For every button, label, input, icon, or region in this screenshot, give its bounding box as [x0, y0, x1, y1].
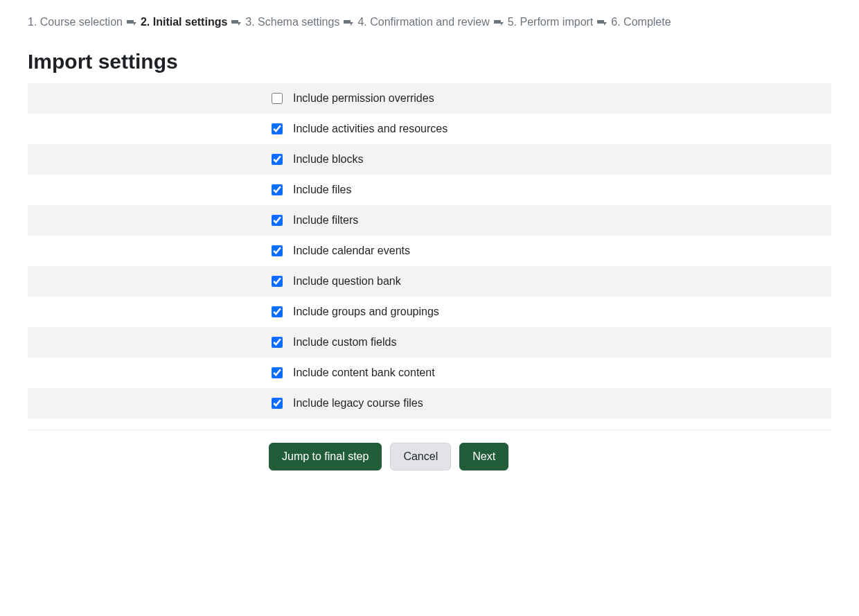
- setting-row: Include content bank content: [28, 358, 831, 388]
- setting-checkbox[interactable]: [272, 276, 283, 287]
- setting-checkbox[interactable]: [272, 245, 283, 256]
- setting-row: Include question bank: [28, 266, 831, 297]
- setting-label[interactable]: Include question bank: [293, 275, 401, 288]
- setting-field: Include groups and groupings: [269, 304, 439, 319]
- divider: [28, 430, 831, 430]
- setting-checkbox[interactable]: [272, 154, 283, 165]
- button-row: Jump to final step Cancel Next: [28, 443, 831, 470]
- setting-row: Include custom fields: [28, 327, 831, 358]
- setting-row: Include activities and resources: [28, 114, 831, 144]
- setting-field: Include activities and resources: [269, 121, 448, 137]
- setting-checkbox[interactable]: [272, 306, 283, 317]
- page-title: Import settings: [28, 50, 831, 73]
- setting-label[interactable]: Include files: [293, 184, 352, 196]
- progress-step-5: 5. Perform import: [508, 16, 594, 28]
- setting-row: Include files: [28, 175, 831, 205]
- next-button[interactable]: Next: [459, 443, 508, 470]
- setting-field: Include permission overrides: [269, 91, 434, 106]
- progress-separator-icon: [597, 19, 607, 26]
- setting-label[interactable]: Include legacy course files: [293, 397, 423, 410]
- progress-separator-icon: [494, 19, 504, 26]
- setting-label[interactable]: Include blocks: [293, 153, 363, 166]
- setting-label[interactable]: Include content bank content: [293, 367, 435, 379]
- setting-row: Include groups and groupings: [28, 297, 831, 327]
- setting-field: Include content bank content: [269, 365, 435, 380]
- setting-row: Include filters: [28, 205, 831, 236]
- progress-separator-icon: [344, 19, 353, 26]
- setting-label[interactable]: Include custom fields: [293, 336, 396, 349]
- setting-field: Include calendar events: [269, 243, 410, 258]
- setting-checkbox[interactable]: [272, 93, 283, 104]
- setting-checkbox[interactable]: [272, 367, 283, 378]
- setting-checkbox[interactable]: [272, 398, 283, 409]
- progress-separator-icon: [127, 19, 136, 26]
- setting-row: Include calendar events: [28, 236, 831, 266]
- setting-checkbox[interactable]: [272, 337, 283, 348]
- setting-field: Include custom fields: [269, 335, 396, 350]
- setting-field: Include legacy course files: [269, 396, 423, 411]
- progress-separator-icon: [231, 19, 241, 26]
- cancel-button[interactable]: Cancel: [390, 443, 451, 470]
- setting-label[interactable]: Include activities and resources: [293, 123, 448, 135]
- setting-field: Include question bank: [269, 274, 401, 289]
- setting-row: Include permission overrides: [28, 83, 831, 114]
- progress-bar: 1. Course selection2. Initial settings3.…: [28, 14, 831, 30]
- setting-label[interactable]: Include calendar events: [293, 245, 410, 257]
- setting-field: Include blocks: [269, 152, 363, 167]
- setting-label[interactable]: Include groups and groupings: [293, 306, 439, 318]
- setting-row: Include blocks: [28, 144, 831, 175]
- jump-to-final-step-button[interactable]: Jump to final step: [269, 443, 382, 470]
- setting-checkbox[interactable]: [272, 215, 283, 226]
- setting-label[interactable]: Include filters: [293, 214, 358, 227]
- progress-step-3: 3. Schema settings: [245, 16, 339, 28]
- setting-row: Include legacy course files: [28, 388, 831, 419]
- progress-step-6: 6. Complete: [611, 16, 671, 28]
- setting-field: Include files: [269, 182, 352, 197]
- setting-checkbox[interactable]: [272, 123, 283, 134]
- progress-step-1: 1. Course selection: [28, 16, 123, 28]
- progress-step-4: 4. Confirmation and review: [357, 16, 489, 28]
- progress-step-2: 2. Initial settings: [141, 16, 227, 28]
- setting-checkbox[interactable]: [272, 184, 283, 195]
- setting-field: Include filters: [269, 213, 358, 228]
- setting-label[interactable]: Include permission overrides: [293, 92, 434, 105]
